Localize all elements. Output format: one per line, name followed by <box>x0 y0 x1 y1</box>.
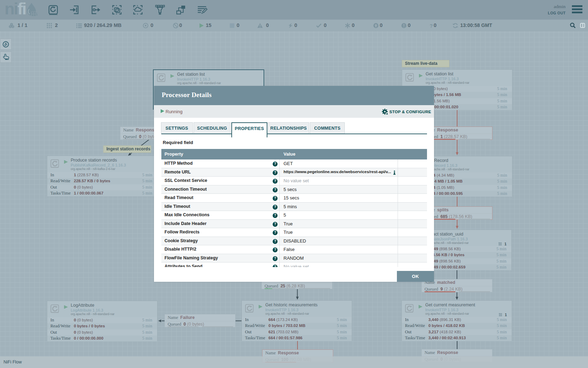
svg-text:?: ? <box>429 23 433 28</box>
